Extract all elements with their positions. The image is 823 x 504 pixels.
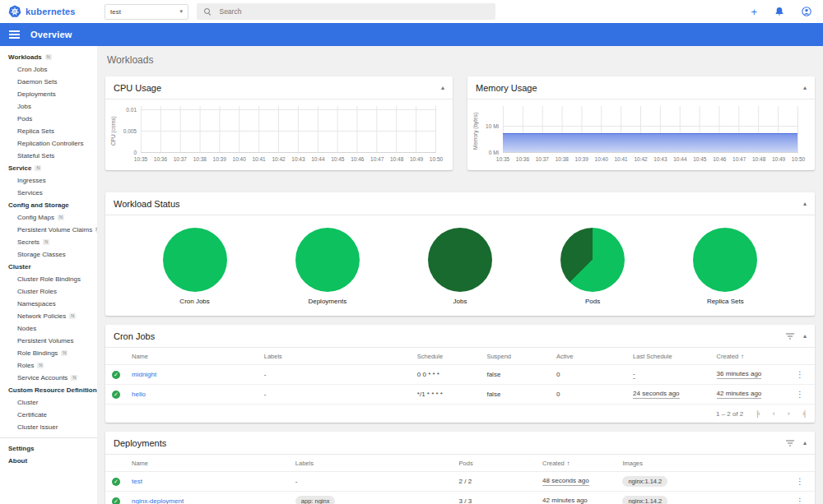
sidebar-item-crd-cluster-issuer[interactable]: Cluster Issuer [0, 421, 97, 433]
sidebar-item-network-policies[interactable]: Network PoliciesN [0, 310, 97, 322]
status-ok-icon: ✓ [112, 497, 120, 504]
column-header-labels[interactable]: Labels [295, 460, 459, 467]
column-header-created[interactable]: Created↑ [542, 460, 622, 467]
status-ok-icon: ✓ [112, 391, 120, 399]
sidebar-item-cluster-role-bindings[interactable]: Cluster Role Bindings [0, 273, 97, 285]
sidebar-item-cron-jobs[interactable]: Cron Jobs [0, 63, 97, 76]
row-menu-icon[interactable]: ⋮ [792, 497, 808, 504]
notifications-icon[interactable] [774, 7, 784, 16]
sidebar-section-workloads[interactable]: Workloads N [0, 51, 97, 63]
column-header-suspend[interactable]: Suspend [486, 353, 556, 360]
collapse-icon[interactable]: ▴ [803, 332, 807, 340]
row-menu-icon[interactable]: ⋮ [792, 390, 808, 399]
filter-icon[interactable] [785, 439, 795, 447]
sidebar-item-nodes[interactable]: Nodes [0, 322, 97, 335]
memory-fill [503, 133, 797, 152]
deployment-name-link[interactable]: nginx-deployment [132, 497, 295, 504]
last-page-icon[interactable]: ›| [802, 409, 805, 418]
namespaced-badge: N [58, 215, 64, 220]
collapse-icon[interactable]: ▴ [803, 200, 807, 207]
sidebar-item-ingresses[interactable]: Ingresses [0, 174, 97, 187]
y-tick: 10 Mi [486, 123, 499, 128]
namespace-selector[interactable]: test ▾ [105, 4, 188, 20]
table-header-row: Name Labels Schedule Suspend Active Last… [105, 348, 815, 365]
search-icon [204, 8, 211, 16]
column-header-pods[interactable]: Pods [459, 460, 543, 467]
namespaced-badge: N [37, 363, 44, 368]
sidebar-item-about[interactable]: About [0, 455, 97, 467]
column-header-schedule[interactable]: Schedule [417, 353, 487, 360]
logo-text: kubernetes [26, 7, 76, 16]
x-axis-ticks: 10:3510:3610:3710:3810:3910:4010:4110:42… [141, 156, 436, 166]
row-menu-icon[interactable]: ⋮ [792, 477, 808, 486]
kubernetes-logo[interactable]: kubernetes [0, 5, 93, 18]
card-title: Cron Jobs [114, 331, 785, 341]
user-icon[interactable] [802, 7, 811, 16]
pie-chart-pods [560, 228, 625, 292]
sidebar-item-stateful-sets[interactable]: Stateful Sets [0, 150, 97, 162]
hamburger-menu-icon[interactable] [9, 29, 20, 40]
dropdown-caret-icon: ▾ [179, 8, 183, 15]
namespaced-badge: N [43, 239, 49, 245]
column-header-active[interactable]: Active [556, 353, 633, 360]
card-title: Memory Usage [476, 83, 795, 93]
create-icon[interactable]: + [751, 7, 757, 17]
memory-usage-card: Memory Usage ▴ Memory (bytes) 10 Mi 0 Mi [467, 76, 815, 170]
cron-jobs-card: Cron Jobs ▴ Name Labels Schedule Suspend… [105, 325, 815, 423]
sort-asc-icon: ↑ [567, 460, 570, 467]
sidebar-item-jobs[interactable]: Jobs [0, 100, 97, 113]
sidebar-item-crd-certificate[interactable]: Certificate [0, 409, 97, 421]
sidebar-item-cluster-roles[interactable]: Cluster Roles [0, 285, 97, 298]
pie-chart-cron-jobs [163, 228, 227, 292]
pie-label: Replica Sets [707, 298, 744, 305]
sidebar-item-crd-cluster[interactable]: Cluster [0, 396, 97, 409]
x-axis-ticks: 10:3510:3610:3710:3810:3910:4010:4110:42… [503, 156, 798, 166]
search-bar [197, 3, 495, 20]
main-content: Workloads CPU Usage ▴ CPU (cores) [97, 46, 823, 504]
next-page-icon[interactable]: › [788, 409, 789, 418]
cell-suspend: false [486, 391, 556, 398]
sidebar-item-replication-controllers[interactable]: Replication Controllers [0, 137, 97, 150]
cell-suspend: false [486, 371, 556, 378]
sidebar-item-secrets[interactable]: SecretsN [0, 236, 97, 248]
column-header-created[interactable]: Created↑ [717, 353, 792, 360]
sidebar-item-roles[interactable]: RolesN [0, 359, 97, 372]
column-header-last-schedule[interactable]: Last Schedule [633, 353, 717, 360]
filter-icon[interactable] [785, 332, 795, 340]
sidebar-item-daemon-sets[interactable]: Daemon Sets [0, 76, 97, 88]
sidebar-item-namespaces[interactable]: Namespaces [0, 298, 97, 310]
sidebar-section-service[interactable]: Service N [0, 162, 97, 174]
sidebar-item-persistent-volume-claims[interactable]: Persistent Volume ClaimsN [0, 224, 97, 236]
sidebar-item-config-maps[interactable]: Config MapsN [0, 211, 97, 224]
column-header-labels[interactable]: Labels [264, 353, 417, 360]
sidebar-item-role-bindings[interactable]: Role BindingsN [0, 347, 97, 359]
cronjob-name-link[interactable]: hello [132, 391, 264, 398]
table-header-row: Name Labels Pods Created↑ Images [105, 455, 815, 472]
column-header-images[interactable]: Images [622, 460, 792, 467]
sort-asc-icon: ↑ [741, 353, 744, 360]
cronjob-name-link[interactable]: midnight [132, 371, 264, 378]
sidebar-item-storage-classes[interactable]: Storage Classes [0, 248, 97, 261]
collapse-icon[interactable]: ▴ [803, 439, 807, 446]
prev-page-icon[interactable]: ‹ [773, 409, 774, 418]
sidebar-item-service-accounts[interactable]: Service AccountsN [0, 372, 97, 384]
column-header-name[interactable]: Name [132, 353, 264, 360]
search-input[interactable] [217, 7, 488, 16]
namespaced-badge: N [61, 350, 67, 356]
pie-label: Jobs [453, 298, 467, 305]
row-menu-icon[interactable]: ⋮ [792, 370, 808, 379]
collapse-icon[interactable]: ▴ [441, 84, 444, 91]
cell-active: 0 [556, 371, 633, 378]
sidebar-item-deployments[interactable]: Deployments [0, 88, 97, 100]
pie-label: Cron Jobs [179, 298, 209, 305]
column-header-name[interactable]: Name [132, 460, 295, 467]
sidebar-item-settings[interactable]: Settings [0, 442, 97, 455]
sidebar-item-services[interactable]: Services [0, 187, 97, 199]
sidebar-item-replica-sets[interactable]: Replica Sets [0, 125, 97, 137]
sidebar-item-pods[interactable]: Pods [0, 113, 97, 125]
deployment-name-link[interactable]: test [132, 478, 295, 485]
collapse-icon[interactable]: ▴ [803, 84, 807, 91]
first-page-icon[interactable]: |‹ [756, 409, 759, 418]
pie-label: Pods [585, 298, 600, 305]
sidebar-item-persistent-volumes[interactable]: Persistent Volumes [0, 335, 97, 347]
